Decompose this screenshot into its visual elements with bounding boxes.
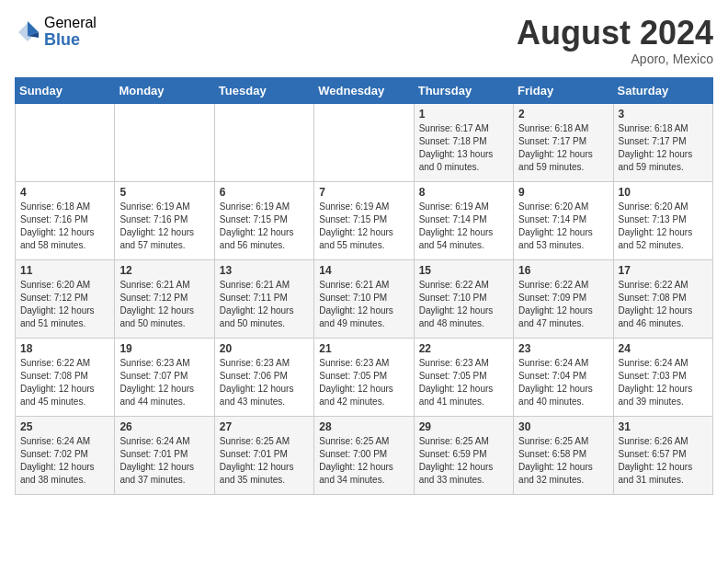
week-row-2: 4 Sunrise: 6:18 AMSunset: 7:16 PMDayligh… <box>16 181 713 259</box>
day-info: Sunrise: 6:25 AMSunset: 7:01 PMDaylight:… <box>220 436 294 485</box>
header-day-wednesday: Wednesday <box>314 77 414 103</box>
day-number: 28 <box>319 420 408 433</box>
day-info: Sunrise: 6:25 AMSunset: 6:59 PMDaylight:… <box>419 436 494 485</box>
day-cell <box>16 103 115 181</box>
week-row-1: 1 Sunrise: 6:17 AMSunset: 7:18 PMDayligh… <box>16 103 713 181</box>
header-day-tuesday: Tuesday <box>214 77 313 103</box>
day-info: Sunrise: 6:18 AMSunset: 7:17 PMDaylight:… <box>518 123 593 172</box>
logo-blue: Blue <box>44 31 97 50</box>
header-day-friday: Friday <box>514 77 613 103</box>
day-number: 26 <box>119 420 209 433</box>
day-info: Sunrise: 6:20 AMSunset: 7:12 PMDaylight:… <box>20 280 95 328</box>
day-info: Sunrise: 6:21 AMSunset: 7:11 PMDaylight:… <box>220 280 294 328</box>
day-info: Sunrise: 6:24 AMSunset: 7:03 PMDaylight:… <box>619 358 693 407</box>
logo-general: General <box>44 15 97 31</box>
day-number: 21 <box>319 342 408 355</box>
day-cell: 25 Sunrise: 6:24 AMSunset: 7:02 PMDaylig… <box>16 416 115 494</box>
day-cell: 13 Sunrise: 6:21 AMSunset: 7:11 PMDaylig… <box>214 259 313 338</box>
day-number: 11 <box>20 264 109 277</box>
logo: General Blue <box>15 15 97 49</box>
day-number: 20 <box>220 342 309 355</box>
day-info: Sunrise: 6:26 AMSunset: 6:57 PMDaylight:… <box>619 436 693 485</box>
day-info: Sunrise: 6:23 AMSunset: 7:07 PMDaylight:… <box>119 358 194 407</box>
day-number: 5 <box>119 186 209 199</box>
day-cell: 6 Sunrise: 6:19 AMSunset: 7:15 PMDayligh… <box>214 181 313 259</box>
day-cell <box>314 103 414 181</box>
day-cell: 8 Sunrise: 6:19 AMSunset: 7:14 PMDayligh… <box>414 181 513 259</box>
day-cell <box>214 103 313 181</box>
day-number: 31 <box>619 420 708 433</box>
day-number: 4 <box>20 186 109 199</box>
day-info: Sunrise: 6:21 AMSunset: 7:10 PMDaylight:… <box>319 280 393 328</box>
day-cell: 7 Sunrise: 6:19 AMSunset: 7:15 PMDayligh… <box>314 181 414 259</box>
day-number: 9 <box>518 186 608 199</box>
day-info: Sunrise: 6:23 AMSunset: 7:05 PMDaylight:… <box>419 358 494 407</box>
day-cell: 27 Sunrise: 6:25 AMSunset: 7:01 PMDaylig… <box>214 416 313 494</box>
day-cell: 22 Sunrise: 6:23 AMSunset: 7:05 PMDaylig… <box>414 338 513 416</box>
day-cell <box>115 103 214 181</box>
day-cell: 31 Sunrise: 6:26 AMSunset: 6:57 PMDaylig… <box>613 416 712 494</box>
day-number: 16 <box>518 264 608 277</box>
header-day-saturday: Saturday <box>613 77 712 103</box>
day-number: 22 <box>419 342 508 355</box>
month-year-title: August 2024 <box>517 15 713 52</box>
week-row-3: 11 Sunrise: 6:20 AMSunset: 7:12 PMDaylig… <box>16 259 713 338</box>
day-cell: 3 Sunrise: 6:18 AMSunset: 7:17 PMDayligh… <box>613 103 712 181</box>
day-number: 24 <box>619 342 708 355</box>
day-cell: 30 Sunrise: 6:25 AMSunset: 6:58 PMDaylig… <box>514 416 613 494</box>
day-number: 29 <box>419 420 508 433</box>
page-header: General Blue August 2024 Aporo, Mexico <box>15 15 713 66</box>
day-cell: 28 Sunrise: 6:25 AMSunset: 7:00 PMDaylig… <box>314 416 414 494</box>
day-cell: 9 Sunrise: 6:20 AMSunset: 7:14 PMDayligh… <box>514 181 613 259</box>
day-info: Sunrise: 6:25 AMSunset: 6:58 PMDaylight:… <box>518 436 593 485</box>
day-cell: 21 Sunrise: 6:23 AMSunset: 7:05 PMDaylig… <box>314 338 414 416</box>
header-day-sunday: Sunday <box>16 77 115 103</box>
day-number: 7 <box>319 186 408 199</box>
day-info: Sunrise: 6:24 AMSunset: 7:02 PMDaylight:… <box>20 436 95 485</box>
day-info: Sunrise: 6:21 AMSunset: 7:12 PMDaylight:… <box>119 280 194 328</box>
day-info: Sunrise: 6:25 AMSunset: 7:00 PMDaylight:… <box>319 436 393 485</box>
day-number: 12 <box>119 264 209 277</box>
day-cell: 4 Sunrise: 6:18 AMSunset: 7:16 PMDayligh… <box>16 181 115 259</box>
day-cell: 23 Sunrise: 6:24 AMSunset: 7:04 PMDaylig… <box>514 338 613 416</box>
day-info: Sunrise: 6:17 AMSunset: 7:18 PMDaylight:… <box>419 123 494 172</box>
day-info: Sunrise: 6:20 AMSunset: 7:13 PMDaylight:… <box>619 201 693 250</box>
day-number: 10 <box>619 186 708 199</box>
day-info: Sunrise: 6:19 AMSunset: 7:16 PMDaylight:… <box>119 201 194 250</box>
day-number: 23 <box>518 342 608 355</box>
day-cell: 15 Sunrise: 6:22 AMSunset: 7:10 PMDaylig… <box>414 259 513 338</box>
day-cell: 20 Sunrise: 6:23 AMSunset: 7:06 PMDaylig… <box>214 338 313 416</box>
logo-icon <box>15 19 40 45</box>
day-info: Sunrise: 6:19 AMSunset: 7:15 PMDaylight:… <box>319 201 393 250</box>
day-cell: 16 Sunrise: 6:22 AMSunset: 7:09 PMDaylig… <box>514 259 613 338</box>
header-day-monday: Monday <box>115 77 214 103</box>
day-cell: 18 Sunrise: 6:22 AMSunset: 7:08 PMDaylig… <box>16 338 115 416</box>
day-info: Sunrise: 6:19 AMSunset: 7:15 PMDaylight:… <box>220 201 294 250</box>
day-info: Sunrise: 6:24 AMSunset: 7:04 PMDaylight:… <box>518 358 593 407</box>
day-number: 1 <box>419 108 508 121</box>
day-info: Sunrise: 6:23 AMSunset: 7:06 PMDaylight:… <box>220 358 294 407</box>
day-info: Sunrise: 6:20 AMSunset: 7:14 PMDaylight:… <box>518 201 593 250</box>
header-row: SundayMondayTuesdayWednesdayThursdayFrid… <box>16 77 713 103</box>
day-cell: 19 Sunrise: 6:23 AMSunset: 7:07 PMDaylig… <box>115 338 214 416</box>
day-number: 15 <box>419 264 508 277</box>
day-info: Sunrise: 6:22 AMSunset: 7:10 PMDaylight:… <box>419 280 494 328</box>
week-row-5: 25 Sunrise: 6:24 AMSunset: 7:02 PMDaylig… <box>16 416 713 494</box>
day-number: 18 <box>20 342 109 355</box>
day-info: Sunrise: 6:24 AMSunset: 7:01 PMDaylight:… <box>119 436 194 485</box>
week-row-4: 18 Sunrise: 6:22 AMSunset: 7:08 PMDaylig… <box>16 338 713 416</box>
day-info: Sunrise: 6:18 AMSunset: 7:16 PMDaylight:… <box>20 201 95 250</box>
day-number: 25 <box>20 420 109 433</box>
location-subtitle: Aporo, Mexico <box>517 52 713 66</box>
day-number: 14 <box>319 264 408 277</box>
day-cell: 17 Sunrise: 6:22 AMSunset: 7:08 PMDaylig… <box>613 259 712 338</box>
day-cell: 1 Sunrise: 6:17 AMSunset: 7:18 PMDayligh… <box>414 103 513 181</box>
day-info: Sunrise: 6:19 AMSunset: 7:14 PMDaylight:… <box>419 201 494 250</box>
day-number: 30 <box>518 420 608 433</box>
day-number: 6 <box>220 186 309 199</box>
day-number: 13 <box>220 264 309 277</box>
day-number: 17 <box>619 264 708 277</box>
calendar-table: SundayMondayTuesdayWednesdayThursdayFrid… <box>15 77 713 495</box>
day-info: Sunrise: 6:22 AMSunset: 7:08 PMDaylight:… <box>20 358 95 407</box>
day-cell: 26 Sunrise: 6:24 AMSunset: 7:01 PMDaylig… <box>115 416 214 494</box>
